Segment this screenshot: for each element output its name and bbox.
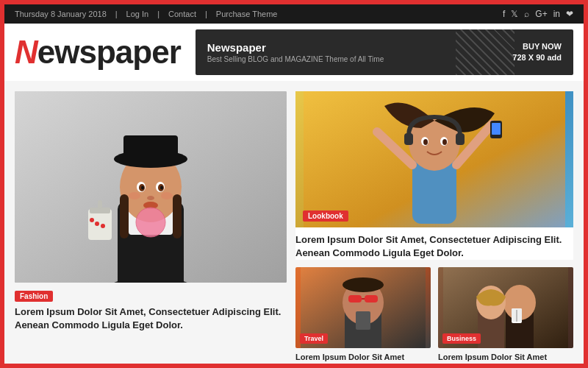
top-right-illustration xyxy=(295,91,573,227)
main-article-caption: Lorem Ipsum Dolor Sit Amet, Consectetuer… xyxy=(15,305,287,332)
site-logo[interactable]: Newspaper xyxy=(15,36,181,68)
svg-rect-45 xyxy=(365,295,378,302)
svg-point-34 xyxy=(423,139,428,145)
main-article-tag[interactable]: Fashion xyxy=(15,291,53,302)
svg-point-13 xyxy=(141,186,144,190)
main-article-image[interactable] xyxy=(15,91,287,283)
svg-rect-6 xyxy=(123,135,178,163)
social-icons-bar: f 𝕏 ⌕ G+ in ❤ xyxy=(503,9,573,19)
ad-size-label: 728 X 90 add xyxy=(512,52,562,63)
ad-text: Newspaper Best Selling BLOG and MAGAZINE… xyxy=(207,41,384,63)
svg-rect-39 xyxy=(492,123,501,135)
svg-rect-22 xyxy=(98,200,102,209)
date-display: Thursday 8 January 2018 xyxy=(15,10,107,18)
top-right-caption: Lorem Ipsum Dolor Sit Amet, Consectetuer… xyxy=(295,227,573,260)
buy-now-label: BUY NOW xyxy=(512,41,562,52)
travel-tag[interactable]: Travel xyxy=(300,333,328,344)
main-article: Fashion Lorem Ipsum Dolor Sit Amet, Cons… xyxy=(15,91,287,368)
svg-point-47 xyxy=(343,277,384,292)
top-right-tag[interactable]: Lookbook xyxy=(303,210,348,222)
sep3: | xyxy=(205,10,207,18)
svg-point-25 xyxy=(101,224,105,228)
svg-point-17 xyxy=(147,196,154,200)
svg-rect-44 xyxy=(348,295,362,302)
contact-link[interactable]: Contact xyxy=(168,10,196,18)
svg-point-14 xyxy=(160,186,163,190)
main-article-footer: Fashion Lorem Ipsum Dolor Sit Amet, Cons… xyxy=(15,289,287,332)
svg-point-16 xyxy=(161,192,173,199)
top-right-article: Lookbook Lorem Ipsum Dolor Sit Amet, Con… xyxy=(295,91,573,260)
pinterest-icon[interactable]: ❤ xyxy=(566,9,573,19)
sep2: | xyxy=(157,10,159,18)
top-bar-left: Thursday 8 January 2018 | Log In | Conta… xyxy=(15,10,277,18)
business-article: Business Lorem Ipsum Dolor Sit Amet xyxy=(438,267,573,368)
ad-buy-now[interactable]: BUY NOW 728 X 90 add xyxy=(512,41,562,64)
main-content: Fashion Lorem Ipsum Dolor Sit Amet, Cons… xyxy=(4,81,584,368)
business-image[interactable]: Business xyxy=(438,267,573,348)
facebook-icon[interactable]: f xyxy=(503,9,505,19)
svg-rect-20 xyxy=(88,209,112,240)
right-articles: Lookbook Lorem Ipsum Dolor Sit Amet, Con… xyxy=(295,91,573,368)
ad-texture xyxy=(456,29,514,75)
login-link[interactable]: Log In xyxy=(126,10,149,18)
logo-n: N xyxy=(15,34,37,70)
business-tag[interactable]: Business xyxy=(442,333,481,344)
business-caption: Lorem Ipsum Dolor Sit Amet xyxy=(438,348,573,362)
bottom-articles-row: Travel Lorem Ipsum Dolor Sit Amet xyxy=(295,267,573,368)
svg-rect-37 xyxy=(456,133,465,145)
ad-banner[interactable]: Newspaper Best Selling BLOG and MAGAZINE… xyxy=(196,29,573,75)
svg-point-35 xyxy=(442,139,447,145)
ad-subtitle: Best Selling BLOG and MAGAZINE Theme of … xyxy=(207,55,384,63)
svg-point-19 xyxy=(136,208,165,237)
rss-icon[interactable]: ⌕ xyxy=(524,9,529,19)
main-article-bg xyxy=(15,91,287,283)
svg-point-24 xyxy=(95,222,99,226)
travel-caption: Lorem Ipsum Dolor Sit Amet xyxy=(295,348,431,362)
travel-image[interactable]: Travel xyxy=(295,267,431,348)
svg-rect-7 xyxy=(120,194,129,238)
site-header: Newspaper Newspaper Best Selling BLOG an… xyxy=(4,24,584,81)
ad-title: Newspaper xyxy=(207,41,384,54)
travel-article: Travel Lorem Ipsum Dolor Sit Amet xyxy=(295,267,431,368)
top-right-image[interactable]: Lookbook xyxy=(295,91,573,227)
svg-point-15 xyxy=(129,192,140,199)
linkedin-icon[interactable]: in xyxy=(553,9,560,19)
logo-rest: ewspaper xyxy=(37,34,181,70)
main-article-illustration xyxy=(15,91,287,283)
sep1: | xyxy=(115,10,118,18)
googleplus-icon[interactable]: G+ xyxy=(535,9,547,19)
svg-rect-8 xyxy=(173,194,182,238)
top-bar: Thursday 8 January 2018 | Log In | Conta… xyxy=(4,4,584,24)
svg-point-23 xyxy=(90,218,94,222)
svg-rect-36 xyxy=(404,133,413,145)
twitter-icon[interactable]: 𝕏 xyxy=(511,9,518,19)
purchase-link[interactable]: Purchase Theme xyxy=(216,10,278,18)
svg-rect-48 xyxy=(356,311,370,330)
